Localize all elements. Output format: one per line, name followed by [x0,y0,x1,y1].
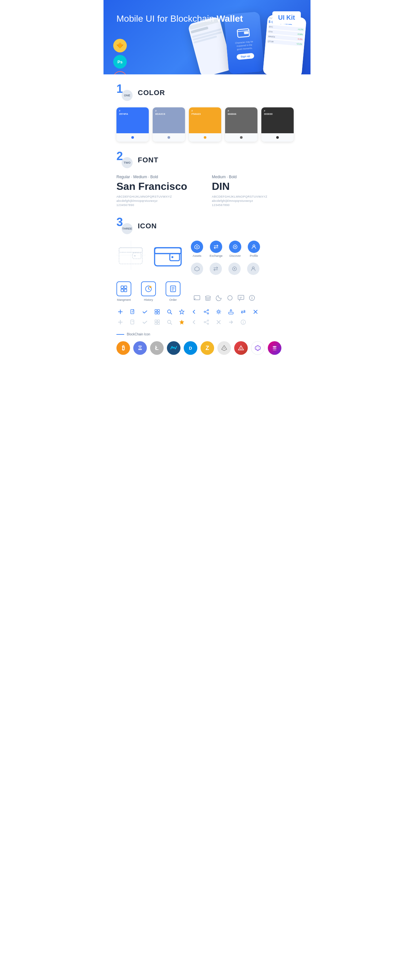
svg-line-72 [170,323,172,325]
svg-point-34 [205,296,210,298]
svg-rect-49 [155,312,157,314]
document-gray-icon [129,318,137,326]
svg-point-54 [207,310,209,311]
icon-section-header: 3 THREE ICON [116,218,298,234]
svg-point-75 [204,321,205,323]
svg-point-13 [171,256,174,258]
font-grid: Regular · Medium · Bold San Francisco AB… [116,175,298,208]
color-section-header: 1 ONE COLOR [116,85,298,101]
svg-marker-73 [180,320,184,325]
section-number-2: 2 TWO [116,152,132,168]
chat-icon [237,294,245,301]
svg-rect-47 [155,310,157,312]
svg-point-17 [234,246,236,247]
svg-point-59 [218,311,220,313]
svg-line-57 [205,310,207,312]
svg-rect-70 [158,323,159,325]
svg-rect-11 [170,254,180,261]
color-section-title: COLOR [138,89,165,97]
exchange-gray-icon [210,262,222,275]
moon-icon [215,294,223,301]
qr-icon [153,308,161,316]
check-icon [141,308,149,316]
svg-rect-4 [132,253,141,259]
dot-icon [268,341,282,355]
swap-icon [239,308,247,316]
icon-showcase: Assets Exchange [116,241,298,275]
ltc-icon: Ł [150,341,164,355]
settings-icon [215,308,223,316]
message-icon [193,294,201,301]
upload-icon [227,308,235,316]
svg-rect-1 [244,31,249,34]
swatch-gray: #666666 [225,107,258,142]
swatch-dark: #303030 [261,107,294,142]
blockchain-label: BlockChain Icon [116,332,298,336]
waves-icon [167,341,180,355]
ui-kit-badge: UI Kit [272,11,301,24]
hero-title: Mobile UI for Blockchain Wallet [116,13,298,25]
svg-line-78 [205,323,207,323]
section-number-3: 3 THREE [116,218,132,234]
screens-badge: 60+ Screens [113,71,127,75]
content-area: 1 ONE COLOR #3574FA #8DA0C8 #F5A623 #666… [104,85,310,355]
share-gray-icon [202,318,210,326]
qr-gray-icon [153,318,161,326]
arrow-right-gray-icon [227,318,235,326]
color-swatches: #3574FA #8DA0C8 #F5A623 #666666 #303030 [116,107,298,142]
svg-marker-53 [180,310,184,314]
svg-point-56 [207,313,209,314]
svg-rect-68 [158,320,159,322]
circle-icon [226,294,234,301]
svg-point-6 [134,255,135,256]
discover-gray-icon [228,262,240,275]
crypto-icons-row: ₿ Ξ Ł D Z [116,341,298,355]
back-icon [190,308,198,316]
share-icon [202,308,210,316]
svg-rect-65 [131,320,134,324]
btc-icon: ₿ [116,341,130,355]
font-din: Medium · Bold DIN ABCDEFGHIJKLMNOPQRSTUV… [212,175,298,208]
svg-line-77 [205,321,207,322]
plus-icon [116,308,124,316]
svg-rect-10 [154,248,181,254]
wallet-blue-icon [152,241,184,274]
svg-point-55 [204,311,205,312]
history-icon: History [141,282,156,301]
font-section-header: 2 TWO FONT [116,152,298,168]
document-edit-icon [129,308,137,316]
close-icon [252,308,260,316]
hero-section: Mobile UI for Blockchain Wallet UI Kit P… [104,0,310,75]
plus-gray-icon [116,318,124,326]
svg-point-18 [253,245,255,247]
svg-point-76 [207,323,209,325]
svg-rect-9 [154,248,181,266]
svg-rect-69 [155,323,157,325]
dash-icon: D [184,341,197,355]
star-icon [178,308,186,316]
toolbar-icons-blue [116,308,298,316]
layers-icon [204,294,212,301]
svg-point-74 [207,320,209,321]
check-gray-icon [141,318,149,326]
exchange-nav-icon: Exchange [210,241,223,258]
discover-nav-icon: Discover [229,241,241,258]
toolbar-icons-gray [116,318,298,326]
svg-point-41 [252,297,252,297]
svg-rect-26 [124,289,127,292]
svg-point-22 [252,267,254,269]
svg-marker-15 [196,246,198,248]
swatch-bluegray: #8DA0C8 [153,107,185,142]
svg-rect-23 [121,286,124,288]
svg-line-52 [170,313,172,314]
matic-icon [251,341,264,355]
svg-rect-60 [229,312,233,314]
icon-section-title: ICON [138,222,157,230]
svg-rect-50 [158,312,159,314]
section-number-1: 1 ONE [116,85,132,101]
svg-marker-84 [223,347,225,348]
svg-point-35 [228,296,232,300]
zcash-icon: Z [201,341,214,355]
photoshop-badge: Ps [113,55,127,68]
info-gray-icon [239,318,247,326]
